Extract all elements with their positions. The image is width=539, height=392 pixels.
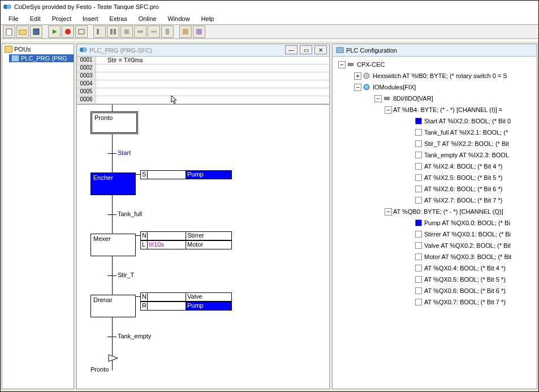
sfc-trans-stirt[interactable]: Stir_T <box>118 272 134 278</box>
expander-minus-icon[interactable]: − <box>354 84 361 91</box>
tb-login-button[interactable] <box>75 25 88 38</box>
pou-item-plcprg[interactable]: PLC_PRG (PRG <box>9 54 74 62</box>
sfc-step-encher[interactable]: Encher <box>90 173 136 195</box>
io-qx04[interactable]: AT %QX0.4: BOOL; (* Bit 4 *) <box>424 265 506 272</box>
io-checkbox[interactable] <box>415 152 422 158</box>
tb-misc1-button[interactable] <box>179 25 192 38</box>
var-row-num: 0006 <box>77 96 96 104</box>
var-declaration-table[interactable]: 0001Stir = T#0ms 0002 0003 0004 0005 000… <box>77 57 329 105</box>
menu-online[interactable]: Online <box>133 14 162 23</box>
io-valve[interactable]: Valve AT %QX0.2: BOOL; (* Bit <box>424 242 511 249</box>
sfc-trans-tankfull[interactable]: Tank_full <box>118 210 142 217</box>
tb-step5-button[interactable] <box>148 25 160 38</box>
editor-maximize-button[interactable]: ▭ <box>300 45 312 54</box>
expander-minus-icon[interactable]: − <box>374 95 382 102</box>
expander-plus-icon[interactable]: + <box>354 72 361 80</box>
io-checkbox[interactable] <box>415 163 422 170</box>
sfc-action-encher[interactable]: SPump <box>140 170 232 179</box>
tb-misc2-button[interactable] <box>193 25 205 38</box>
io-checkbox[interactable] <box>415 197 422 204</box>
node-channel-q[interactable]: AT %QB0: BYTE; (* - *) [CHANNEL (Q)] <box>393 208 503 215</box>
sfc-action-mexer2[interactable]: Lt#10sMotor <box>140 240 232 249</box>
plc-config-tree: −CPX-CEC +Hexswitch AT %IB0: BYTE; (* ro… <box>333 57 537 310</box>
module-icon: + <box>363 83 370 91</box>
io-qx07[interactable]: AT %QX0.7: BOOL; (* Bit 7 *) <box>424 299 506 305</box>
io-pump[interactable]: Pump AT %QX0.0: BOOL; (* Bi <box>424 219 510 226</box>
tb-step4-button[interactable] <box>134 25 146 38</box>
io-stirt[interactable]: Stir_T AT %IX2.2: BOOL; (* Bit <box>424 140 509 147</box>
tb-save-button[interactable] <box>30 25 42 38</box>
io-checkbox[interactable] <box>415 140 422 147</box>
io-checkbox[interactable] <box>415 174 422 181</box>
tb-open-button[interactable] <box>16 25 29 38</box>
svg-rect-4 <box>33 29 39 35</box>
io-qx06[interactable]: AT %QX0.6: BOOL; (* Bit 6 *) <box>424 287 506 294</box>
tb-step6-button[interactable] <box>161 25 174 38</box>
tb-stop-button[interactable] <box>62 25 74 38</box>
menu-project[interactable]: Project <box>46 14 77 23</box>
io-checkbox[interactable] <box>415 186 422 192</box>
io-ix24[interactable]: AT %IX2.4: BOOL; (* Bit 4 *) <box>424 163 502 170</box>
io-checkbox[interactable] <box>415 231 422 238</box>
io-tankfull[interactable]: Tank_full AT %IX2.1: BOOL; (* <box>424 129 508 136</box>
io-checkbox[interactable] <box>415 118 422 124</box>
tb-step3-button[interactable] <box>120 25 133 38</box>
sfc-action-drenar2[interactable]: RPump <box>140 301 232 311</box>
sfc-trans-start[interactable]: Start <box>118 149 131 156</box>
svg-point-6 <box>65 29 71 35</box>
sfc-step-pronto[interactable]: Pronto <box>90 111 138 134</box>
svg-rect-20 <box>348 63 353 66</box>
io-checkbox[interactable] <box>415 242 422 249</box>
sfc-canvas[interactable]: Pronto Start Encher SPump Tank_full Mexe… <box>77 105 329 387</box>
sfc-action-drenar1[interactable]: NValve <box>140 292 232 301</box>
pou-item-label: PLC_PRG (PRG <box>21 55 67 62</box>
io-ix25[interactable]: AT %IX2.5: BOOL; (* Bit 5 *) <box>424 174 502 181</box>
io-ix27[interactable]: AT %IX2.7: BOOL; (* Bit 7 *) <box>424 197 502 204</box>
menu-window[interactable]: Window <box>162 14 195 23</box>
io-checkbox[interactable] <box>415 299 422 305</box>
expander-minus-icon[interactable]: − <box>385 208 392 216</box>
editor-tab-header: PLC_PRG (PRG-SFC) — ▭ ✕ <box>77 44 329 57</box>
io-qx05[interactable]: AT %QX0.5: BOOL; (* Bit 5 *) <box>424 276 506 283</box>
io-checkbox[interactable] <box>415 265 422 272</box>
io-checkbox[interactable] <box>415 219 422 226</box>
menu-edit[interactable]: Edit <box>24 14 46 23</box>
io-checkbox[interactable] <box>415 129 422 136</box>
tb-step1-button[interactable] <box>93 25 106 38</box>
expander-minus-icon[interactable]: − <box>385 106 392 114</box>
svg-rect-12 <box>137 31 143 33</box>
expander-minus-icon[interactable]: − <box>338 61 346 68</box>
svg-point-1 <box>7 5 11 9</box>
node-cpx[interactable]: CPX-CEC <box>357 61 385 68</box>
io-tankempty[interactable]: Tank_empty AT %IX2.3: BOOL <box>424 152 509 158</box>
var-row-text: Stir = T#0ms <box>96 57 143 64</box>
menu-insert[interactable]: Insert <box>77 14 104 23</box>
io-checkbox[interactable] <box>415 287 422 294</box>
menu-help[interactable]: Help <box>196 14 220 23</box>
tb-new-button[interactable] <box>3 25 15 38</box>
io-stirrer[interactable]: Stirrer AT %QX0.1: BOOL; (* Bi <box>424 231 511 238</box>
sfc-step-mexer[interactable]: Mexer <box>90 234 136 256</box>
io-start[interactable]: Start AT %IX2.0: BOOL; (* Bit 0 <box>424 118 511 124</box>
node-dio[interactable]: 8DI/8DO[VAR] <box>393 95 433 102</box>
sfc-step-drenar[interactable]: Drenar <box>90 295 136 317</box>
io-checkbox[interactable] <box>415 253 422 260</box>
sfc-jump-label[interactable]: Pronto <box>90 366 109 373</box>
io-motor[interactable]: Motor AT %QX0.3: BOOL; (* Bit <box>424 253 511 260</box>
node-hexswitch[interactable]: Hexswitch AT %IB0: BYTE; (* rotary switc… <box>373 72 507 79</box>
menu-file[interactable]: File <box>3 14 24 23</box>
jump-arrow-icon <box>107 354 119 363</box>
menu-extras[interactable]: Extras <box>104 14 132 23</box>
node-channel-i[interactable]: AT %IB4: BYTE; (* - *) [CHANNEL (I)] = <box>393 106 502 113</box>
pou-folder[interactable]: POUs <box>2 44 74 54</box>
sfc-trans-tankempty[interactable]: Tank_empty <box>118 333 151 339</box>
var-row-num: 0005 <box>77 88 96 96</box>
editor-close-button[interactable]: ✕ <box>314 45 327 54</box>
tb-step2-button[interactable] <box>107 25 119 38</box>
node-iomodules[interactable]: IOModules[FIX] <box>373 84 416 91</box>
sfc-action-mexer1[interactable]: NStirrer <box>140 231 232 240</box>
io-ix26[interactable]: AT %IX2.6: BOOL; (* Bit 6 *) <box>424 186 502 192</box>
editor-minimize-button[interactable]: — <box>285 45 297 54</box>
tb-run-button[interactable] <box>48 25 61 38</box>
io-checkbox[interactable] <box>415 276 422 283</box>
